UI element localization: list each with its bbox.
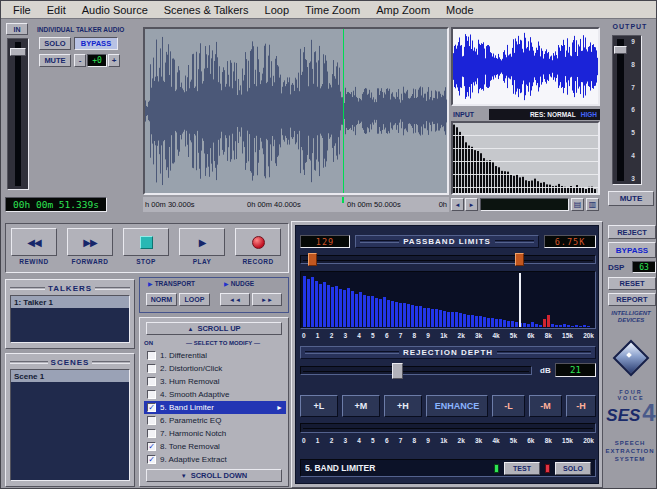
record-button[interactable] <box>235 228 281 256</box>
rejection-slider[interactable] <box>300 363 532 379</box>
nudge-back-button[interactable]: ◄◄ <box>220 293 250 306</box>
talker-waveform-canvas[interactable] <box>453 29 598 104</box>
scroll-right-button[interactable]: ► <box>465 198 478 211</box>
res-mode-bar[interactable]: RES: NORMAL HIGH <box>489 109 600 120</box>
plusminus-h-button[interactable]: +H <box>384 395 422 417</box>
menu-item-scenes-talkers[interactable]: Scenes & Talkers <box>156 3 257 17</box>
spectrum-bar <box>403 303 406 327</box>
nudge-forward-button[interactable]: ►► <box>252 293 282 306</box>
enhance-button[interactable]: ENHANCE <box>426 395 488 417</box>
scene-list-item[interactable]: Scene 1 <box>11 370 129 382</box>
scroll-up-button[interactable]: ▲ SCROLL UP <box>146 322 282 335</box>
output-meter[interactable]: 9876543 <box>612 35 642 185</box>
spectrum-bar <box>467 315 470 327</box>
process-item[interactable]: 1. Differential <box>144 349 286 362</box>
solo-button[interactable]: SOLO <box>39 37 71 50</box>
menu-item-loop[interactable]: Loop <box>257 3 297 17</box>
talker-mute-button[interactable]: MUTE <box>39 54 71 67</box>
passband-high-display: 6.75K <box>544 235 596 248</box>
scenes-list[interactable]: Scene 1 <box>10 369 130 481</box>
process-solo-button[interactable]: SOLO <box>555 462 591 475</box>
talker-waveform-display[interactable] <box>451 27 600 106</box>
process-item[interactable]: 7. Harmonic Notch <box>144 427 286 440</box>
process-checkbox[interactable] <box>147 416 156 425</box>
document-icon[interactable]: ▤ <box>571 198 584 211</box>
scroll-left-button[interactable]: ◄ <box>451 198 464 211</box>
menu-item-edit[interactable]: Edit <box>39 3 74 17</box>
menu-item-audio-source[interactable]: Audio Source <box>74 3 156 17</box>
plusminus-m-button[interactable]: +M <box>342 395 380 417</box>
process-item-label: 7. Harmonic Notch <box>160 429 226 438</box>
test-button[interactable]: TEST <box>504 462 540 475</box>
main-waveform-canvas[interactable] <box>145 29 447 193</box>
timeline[interactable]: h 00m 30.000s 0h 00m 40.000s 0h 00m 50.0… <box>143 197 449 212</box>
timeline-scroll-strip[interactable]: ◄ ► ▤ ▥ <box>451 197 600 212</box>
output-meter-handle[interactable] <box>614 46 627 54</box>
report-button[interactable]: REPORT <box>608 293 656 306</box>
talker-list-item[interactable]: 1: Talker 1 <box>11 296 129 308</box>
talker-bypass-button[interactable]: BYPASS <box>74 37 118 50</box>
frequency-tick-label: 8k <box>545 332 552 341</box>
process-item[interactable]: 4. Smooth Adaptive <box>144 388 286 401</box>
spectrum-bar <box>431 309 434 327</box>
minus-m-button[interactable]: -M <box>529 395 562 417</box>
talkers-list[interactable]: 1: Talker 1 <box>10 295 130 343</box>
process-item[interactable]: 6. Parametric EQ <box>144 414 286 427</box>
select-to-modify-label: — SELECT TO MODIFY — <box>160 340 286 346</box>
minus-l-button[interactable]: -L <box>492 395 525 417</box>
rewind-button[interactable]: ◀◀ <box>11 228 57 256</box>
menu-item-mode[interactable]: Mode <box>438 3 482 17</box>
process-checkbox[interactable] <box>147 429 156 438</box>
main-waveform-display[interactable] <box>143 27 449 195</box>
minus-h-button[interactable]: -H <box>566 395 596 417</box>
process-checkbox[interactable] <box>147 377 156 386</box>
output-mute-button[interactable]: MUTE <box>608 191 654 206</box>
passband-slider[interactable] <box>300 253 596 267</box>
norm-button[interactable]: NORM <box>146 293 177 306</box>
grid-icon[interactable]: ▥ <box>586 198 599 211</box>
reset-button[interactable]: RESET <box>608 277 656 290</box>
spectrum-bar <box>415 306 418 327</box>
rejection-handle[interactable] <box>392 363 403 379</box>
plusminus-l-button[interactable]: +L <box>300 395 338 417</box>
process-checkbox[interactable]: ✓ <box>147 403 156 412</box>
scroll-down-button[interactable]: ▼ SCROLL DOWN <box>146 469 282 482</box>
gain-minus-button[interactable]: - <box>74 54 86 67</box>
process-item[interactable]: 2. Distortion/Click <box>144 362 286 375</box>
gain-plus-button[interactable]: + <box>108 54 120 67</box>
rejection-slider-track[interactable] <box>300 366 532 375</box>
talkers-panel: TALKERS 1: Talker 1 <box>5 279 135 349</box>
forward-button[interactable]: ▶▶ <box>67 228 113 256</box>
process-item[interactable]: 3. Hum Removal <box>144 375 286 388</box>
process-item[interactable]: ✓9. Adaptive Extract <box>144 453 286 466</box>
stop-button[interactable] <box>123 228 169 256</box>
fast-forward-icon: ▶▶ <box>83 237 96 248</box>
res-high-label[interactable]: HIGH <box>581 111 597 118</box>
passband-high-handle[interactable] <box>515 253 524 266</box>
bypass-button[interactable]: BYPASS <box>608 242 656 258</box>
process-item[interactable]: ✓8. Tone Removal <box>144 440 286 453</box>
reject-button[interactable]: REJECT <box>608 225 656 239</box>
loop-button[interactable]: LOOP <box>179 293 210 306</box>
res-normal-label[interactable]: RES: NORMAL <box>530 111 576 118</box>
process-checkbox[interactable] <box>147 364 156 373</box>
process-checkbox[interactable] <box>147 390 156 399</box>
in-meter-handle[interactable] <box>10 48 26 56</box>
rejection-title: REJECTION DEPTH <box>403 348 493 357</box>
passband-low-handle[interactable] <box>308 253 317 266</box>
menu-item-amp-zoom[interactable]: Amp Zoom <box>368 3 438 17</box>
process-checkbox[interactable]: ✓ <box>147 442 156 451</box>
talkers-header: TALKERS <box>10 282 130 295</box>
passband-slider-track[interactable] <box>300 255 596 264</box>
process-checkbox[interactable]: ✓ <box>147 455 156 464</box>
process-item[interactable]: ✓5. Band Limiter► <box>144 401 286 414</box>
timeline-label: 0h 00m 50.000s <box>347 200 401 209</box>
menu-item-time-zoom[interactable]: Time Zoom <box>297 3 368 17</box>
menu-item-file[interactable]: File <box>5 3 39 17</box>
input-spectrum-display <box>451 121 600 195</box>
in-meter[interactable] <box>7 38 29 190</box>
process-checkbox[interactable] <box>147 351 156 360</box>
band-groove[interactable] <box>300 423 596 433</box>
play-button[interactable]: ▶ <box>179 228 225 256</box>
spectrum-bar <box>551 324 554 327</box>
